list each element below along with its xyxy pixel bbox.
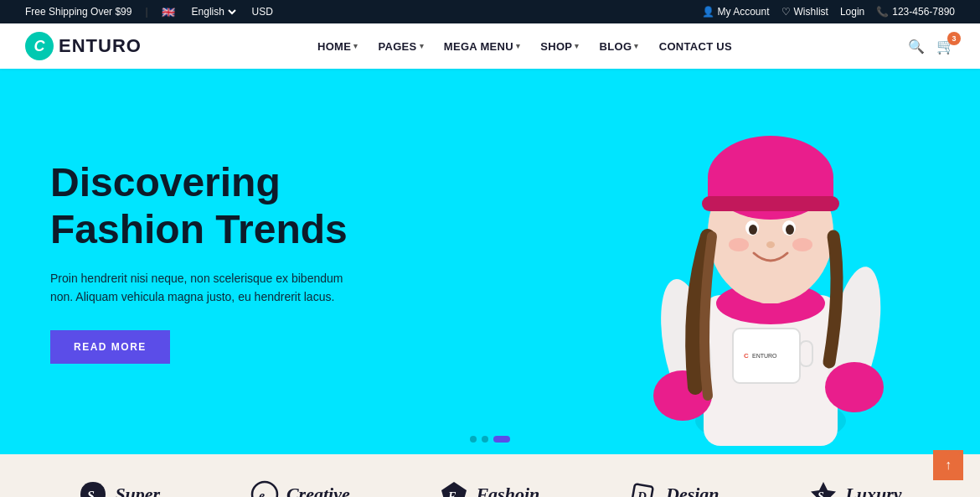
svg-text:S: S xyxy=(87,489,95,497)
svg-point-18 xyxy=(749,225,757,235)
chevron-down-icon: ▾ xyxy=(420,42,424,50)
heart-icon: ♡ xyxy=(781,6,791,18)
top-bar-right: 👤 My Account ♡ Wishlist Login 📞 123-456-… xyxy=(702,6,955,18)
hero-title: DiscoveringFashion Trends xyxy=(50,159,352,251)
main-nav: HOME ▾ PAGES ▾ MEGA MENU ▾ SHOP ▾ BLOG ▾… xyxy=(309,34,740,60)
brand-fashoin-icon: F xyxy=(439,479,469,497)
header: C ENTURO HOME ▾ PAGES ▾ MEGA MENU ▾ SHOP… xyxy=(0,23,980,69)
svg-point-22 xyxy=(792,238,812,251)
phone-icon: 📞 xyxy=(876,6,889,18)
shipping-text: Free Shipping Over $99 xyxy=(25,6,132,18)
brand-design-icon: D xyxy=(629,479,659,497)
my-account-link[interactable]: 👤 My Account xyxy=(702,6,770,18)
svg-point-20 xyxy=(766,241,775,248)
header-icons: 🔍 🛒 3 xyxy=(908,37,955,55)
svg-text:e: e xyxy=(259,489,265,497)
brand-design: D Design xyxy=(629,479,720,497)
brand-creative-name: Creative xyxy=(286,484,350,497)
read-more-button[interactable]: READ MORE xyxy=(50,330,170,364)
hero-girl-svg: C ENTURO xyxy=(519,69,980,454)
logo-icon: C xyxy=(25,32,54,60)
hero-description: Proin hendrerit nisi neque, non sceleris… xyxy=(50,269,352,307)
top-bar: Free Shipping Over $99 | 🇬🇧 English USD … xyxy=(0,0,980,23)
svg-text:S: S xyxy=(818,490,824,497)
svg-rect-15 xyxy=(702,196,839,211)
hero-content: DiscoveringFashion Trends Proin hendreri… xyxy=(50,159,352,363)
brand-fashoin: F Fashoin xyxy=(439,479,539,497)
svg-text:C: C xyxy=(744,352,749,360)
brand-luxury-name: Luxury xyxy=(845,484,901,497)
login-link[interactable]: Login xyxy=(840,6,864,18)
svg-point-5 xyxy=(825,362,884,412)
currency-select[interactable]: USD xyxy=(252,6,273,18)
nav-home[interactable]: HOME ▾ xyxy=(309,34,367,60)
brand-luxury: S Luxury xyxy=(808,479,901,497)
svg-point-19 xyxy=(786,225,794,235)
svg-text:D: D xyxy=(637,489,647,497)
arrow-up-icon: ↑ xyxy=(945,458,952,473)
phone-link[interactable]: 📞 123-456-7890 xyxy=(876,6,955,18)
nav-blog[interactable]: BLOG ▾ xyxy=(591,34,647,60)
flag-icon: 🇬🇧 xyxy=(162,6,175,18)
top-bar-left: Free Shipping Over $99 | 🇬🇧 English USD xyxy=(25,5,273,18)
chevron-down-icon: ▾ xyxy=(634,42,638,50)
search-icon: 🔍 xyxy=(908,39,925,54)
nav-pages[interactable]: PAGES ▾ xyxy=(369,34,431,60)
brand-design-name: Design xyxy=(666,484,720,497)
nav-shop[interactable]: SHOP ▾ xyxy=(532,34,587,60)
chevron-down-icon: ▾ xyxy=(575,42,579,50)
search-button[interactable]: 🔍 xyxy=(908,39,925,54)
slide-dot-2[interactable] xyxy=(482,436,488,443)
brand-creative-icon: e xyxy=(250,479,280,497)
language-select[interactable]: English xyxy=(188,5,239,18)
brand-super: S Super xyxy=(78,479,160,497)
logo[interactable]: C ENTURO xyxy=(25,32,142,60)
slide-dots xyxy=(470,436,510,443)
nav-mega-menu[interactable]: MEGA MENU ▾ xyxy=(436,34,529,60)
scroll-to-top-button[interactable]: ↑ xyxy=(933,450,963,480)
svg-text:F: F xyxy=(447,490,456,497)
brand-super-name: Super xyxy=(115,484,160,497)
svg-text:ENTURO: ENTURO xyxy=(752,353,777,359)
svg-point-21 xyxy=(729,238,749,251)
brand-strip: S Super e Creative F Fashoin D xyxy=(0,454,980,497)
hero-section: DiscoveringFashion Trends Proin hendreri… xyxy=(0,69,980,454)
chevron-down-icon: ▾ xyxy=(353,42,358,50)
slide-dot-3[interactable] xyxy=(493,436,510,443)
wishlist-link[interactable]: ♡ Wishlist xyxy=(781,6,828,18)
brand-luxury-icon: S xyxy=(808,479,838,497)
account-icon: 👤 xyxy=(702,6,714,18)
cart-badge: 3 xyxy=(947,32,961,45)
chevron-down-icon: ▾ xyxy=(516,42,520,50)
divider: | xyxy=(145,6,147,18)
nav-contact[interactable]: CONTACT US xyxy=(651,34,740,60)
brand-creative: e Creative xyxy=(250,479,350,497)
logo-text: ENTURO xyxy=(59,35,142,57)
slide-dot-1[interactable] xyxy=(470,436,477,443)
brand-fashoin-name: Fashoin xyxy=(476,484,539,497)
hero-image: C ENTURO xyxy=(441,69,981,454)
brand-super-icon: S xyxy=(78,479,108,497)
cart-button[interactable]: 🛒 3 xyxy=(936,37,955,55)
